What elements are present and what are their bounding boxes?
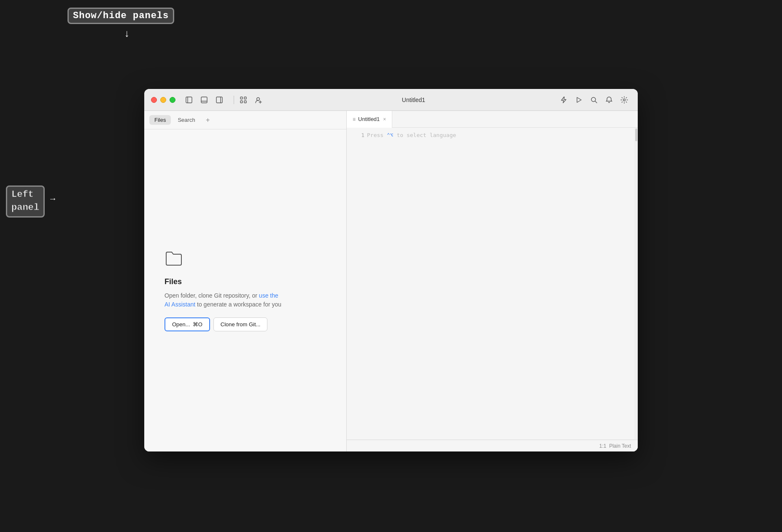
tab-search[interactable]: Search — [173, 115, 200, 125]
panel-buttons: Open... ⌘O Clone from Git... — [164, 317, 267, 331]
panel-empty-state: Files Open folder, clone Git repository,… — [144, 129, 346, 451]
play-icon[interactable] — [572, 94, 585, 106]
sidebar-right-icon[interactable] — [213, 94, 226, 106]
tab-icon: ≡ — [353, 116, 356, 122]
bottom-panel-icon[interactable] — [197, 94, 211, 106]
close-tab-button[interactable]: × — [383, 116, 386, 122]
svg-rect-2 — [201, 97, 207, 103]
hint-shortcut: ⌃⌥ — [387, 132, 394, 138]
files-desc-after: to generate a workspace for you — [195, 301, 281, 308]
toolbar-separator-1 — [234, 96, 234, 104]
tab-label: Untitled1 — [358, 116, 380, 122]
left-panel: Files Search + Files Open folder, clone … — [144, 111, 347, 451]
editor-content[interactable]: 1 Press ⌃⌥ to select language — [347, 128, 638, 440]
svg-rect-8 — [240, 101, 243, 103]
main-content: Files Search + Files Open folder, clone … — [144, 111, 638, 451]
window-title: Untitled1 — [402, 97, 425, 103]
editor-panel: ≡ Untitled1 × 1 Press ⌃⌥ to select langu… — [347, 111, 638, 451]
files-description: Open folder, clone Git repository, or us… — [164, 291, 283, 309]
settings-icon[interactable] — [618, 94, 631, 106]
tab-files[interactable]: Files — [149, 115, 171, 125]
add-tab-button[interactable]: + — [203, 115, 213, 125]
lightning-icon[interactable] — [557, 94, 570, 106]
svg-point-16 — [623, 99, 626, 101]
add-user-icon[interactable] — [252, 94, 265, 106]
title-bar: Untitled1 — [144, 89, 638, 111]
svg-point-14 — [591, 97, 596, 102]
annotation-left-panel: Leftpanel — [6, 185, 45, 218]
scrollbar-thumb[interactable] — [635, 129, 637, 141]
folder-icon — [164, 250, 183, 271]
clone-button[interactable]: Clone from Git... — [213, 317, 268, 331]
files-heading: Files — [164, 277, 182, 286]
svg-rect-4 — [216, 97, 222, 103]
editor-tab-untitled1[interactable]: ≡ Untitled1 × — [347, 111, 392, 128]
right-toolbar — [557, 94, 631, 106]
svg-rect-6 — [240, 97, 243, 99]
hint-text-after: to select language — [394, 132, 456, 138]
annotation-show-hide: Show/hide panels — [67, 8, 174, 24]
traffic-lights — [151, 97, 175, 103]
open-button-shortcut: ⌘O — [193, 321, 202, 328]
close-button[interactable] — [151, 97, 157, 103]
svg-rect-9 — [244, 101, 246, 103]
cursor-position: 1:1 — [599, 443, 607, 449]
hint-text-before: Press — [367, 132, 387, 138]
sidebar-left-icon[interactable] — [182, 94, 196, 106]
scrollbar[interactable] — [634, 128, 638, 440]
annotation-arrow-down: ↓ — [124, 27, 129, 39]
language-mode: Plain Text — [609, 443, 631, 449]
minimize-button[interactable] — [160, 97, 166, 103]
center-toolbar — [237, 94, 265, 106]
editor-hint-row: 1 Press ⌃⌥ to select language — [347, 128, 638, 440]
grid-icon[interactable] — [237, 94, 250, 106]
editor-tabs: ≡ Untitled1 × — [347, 111, 638, 128]
open-button-label: Open... — [172, 321, 190, 328]
title-bar-center: Untitled1 — [270, 97, 557, 103]
svg-line-15 — [595, 101, 597, 103]
maximize-button[interactable] — [170, 97, 175, 103]
hint-text: Press ⌃⌥ to select language — [367, 132, 456, 138]
svg-rect-0 — [186, 97, 192, 103]
app-window: Untitled1 — [144, 89, 638, 451]
annotation-left-panel-arrow: → — [49, 194, 57, 204]
files-desc-before: Open folder, clone Git repository, or — [164, 292, 259, 299]
status-bar: 1:1 Plain Text — [347, 440, 638, 451]
search-icon[interactable] — [587, 94, 601, 106]
left-toolbar — [182, 94, 226, 106]
svg-rect-7 — [244, 97, 246, 99]
open-button[interactable]: Open... ⌘O — [164, 317, 210, 331]
bell-icon[interactable] — [602, 94, 616, 106]
line-number: 1 — [353, 132, 364, 138]
svg-marker-13 — [577, 97, 581, 102]
panel-tabs: Files Search + — [144, 111, 346, 129]
